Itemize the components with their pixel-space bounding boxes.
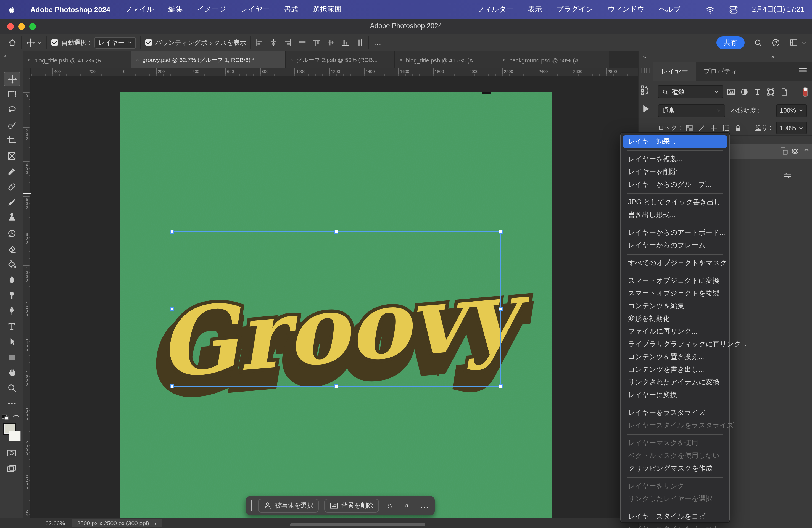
- menu-select[interactable]: 選択範囲: [313, 4, 342, 14]
- eyedropper-tool[interactable]: [4, 165, 19, 178]
- clone-stamp-tool[interactable]: [4, 211, 19, 224]
- shape-filter-icon[interactable]: [767, 88, 775, 96]
- context-menu-item[interactable]: レイヤーからのアートボード...: [623, 226, 727, 239]
- context-menu-item[interactable]: コンテンツを書き出し...: [623, 363, 727, 376]
- menu-image[interactable]: イメージ: [197, 4, 226, 14]
- context-menu-item[interactable]: レイヤーからのグループ...: [623, 178, 727, 191]
- menu-view[interactable]: 表示: [528, 4, 542, 14]
- zoom-level[interactable]: 62.66%: [45, 519, 65, 526]
- context-menu-item[interactable]: レイヤーに変換: [623, 389, 727, 401]
- lock-paint-icon[interactable]: [697, 124, 705, 132]
- auto-select-dropdown[interactable]: レイヤー: [95, 37, 136, 48]
- move-tool-preset-icon[interactable]: [26, 38, 35, 47]
- paint-bucket-tool[interactable]: [4, 258, 19, 270]
- fill-field[interactable]: 100%: [776, 121, 807, 134]
- collapse-panels-left-icon[interactable]: «: [643, 53, 646, 60]
- screen-mode-icon[interactable]: [5, 464, 18, 473]
- healing-brush-tool[interactable]: [4, 180, 19, 193]
- handle-top-right[interactable]: [499, 230, 503, 234]
- layer-effects-icon[interactable]: [791, 147, 799, 155]
- default-colors-icon[interactable]: [2, 414, 9, 420]
- align-center-h-icon[interactable]: [270, 39, 278, 47]
- lock-transparent-icon[interactable]: [685, 124, 693, 132]
- quick-mask-icon[interactable]: [5, 449, 18, 458]
- vertical-ruler[interactable]: 0200400600800100012001400160018002000220…: [23, 76, 31, 517]
- context-menu-item[interactable]: レイヤーを複製...: [623, 153, 727, 166]
- context-menu-item[interactable]: リンクされたアイテムに変換...: [623, 376, 727, 389]
- handle-middle-right[interactable]: [499, 307, 503, 311]
- menu-layer[interactable]: レイヤー: [241, 4, 270, 14]
- adjustment-icon[interactable]: [405, 501, 408, 510]
- tab-layers[interactable]: レイヤー: [653, 62, 696, 80]
- smart-filter-badge-icon[interactable]: [780, 147, 788, 155]
- handle-bottom-center[interactable]: [334, 384, 338, 388]
- transform-bounding-box[interactable]: [172, 231, 501, 386]
- context-menu-item[interactable]: レイヤースタイルをコピー: [623, 510, 727, 523]
- lock-artboard-icon[interactable]: [722, 124, 729, 132]
- menu-file[interactable]: ファイル: [125, 4, 154, 14]
- menu-plugins[interactable]: プラグイン: [556, 4, 593, 14]
- toolbar-expand[interactable]: »: [0, 52, 23, 69]
- align-middle-icon[interactable]: [327, 39, 336, 47]
- taskbar-drag-handle[interactable]: [251, 500, 252, 511]
- wifi-icon[interactable]: [705, 5, 714, 14]
- auto-select-checkbox[interactable]: [52, 39, 58, 46]
- menubar-clock[interactable]: 2月4日(日) 17:21: [752, 5, 804, 14]
- control-center-icon[interactable]: [729, 5, 738, 14]
- type-filter-icon[interactable]: [753, 88, 762, 96]
- context-menu-item[interactable]: ファイルに再リンク...: [623, 325, 727, 338]
- taskbar-more-icon[interactable]: ...: [421, 502, 429, 509]
- document-tab-2[interactable]: ×グループ 2.psb @ 50% (RGB...: [286, 52, 395, 69]
- frame-tool[interactable]: [4, 149, 19, 162]
- document-tab-4[interactable]: ×background.psd @ 50% (A...: [498, 52, 609, 69]
- canvas-viewport[interactable]: Groovy Groovy 被写体を選択 背景を削除: [31, 76, 638, 517]
- select-subject-button[interactable]: 被写体を選択: [258, 499, 319, 513]
- zoom-tool[interactable]: [4, 381, 19, 394]
- move-tool[interactable]: [4, 72, 20, 86]
- lock-move-icon[interactable]: [710, 124, 717, 132]
- menu-type[interactable]: 書式: [284, 4, 299, 14]
- workspace-icon[interactable]: [789, 39, 798, 46]
- context-menu-item[interactable]: JPG としてクイック書き出し: [623, 196, 727, 209]
- pen-tool[interactable]: [4, 304, 19, 317]
- opacity-field[interactable]: 100%: [776, 104, 807, 117]
- chevron-down-icon[interactable]: [801, 40, 807, 45]
- image-filter-icon[interactable]: [727, 88, 735, 96]
- context-menu-item[interactable]: レイヤーをラスタライズ: [623, 407, 727, 419]
- distribute-h-icon[interactable]: [299, 39, 307, 47]
- close-tab-icon[interactable]: ×: [28, 57, 31, 63]
- context-menu-item[interactable]: コンテンツを置き換え...: [623, 351, 727, 363]
- handle-top-center[interactable]: [334, 230, 338, 234]
- filter-blending-icon[interactable]: [783, 172, 792, 179]
- chevron-down-icon[interactable]: [37, 40, 42, 45]
- marquee-tool[interactable]: [4, 87, 19, 101]
- horizontal-scrollbar[interactable]: [290, 523, 425, 526]
- remove-background-button[interactable]: 背景を削除: [324, 499, 379, 513]
- type-tool[interactable]: [4, 319, 19, 333]
- app-menu[interactable]: Adobe Photoshop 2024: [30, 5, 110, 14]
- align-top-icon[interactable]: [313, 39, 321, 47]
- context-menu-item[interactable]: すべてのオブジェクトをマスク: [623, 257, 727, 269]
- blend-mode-dropdown[interactable]: 通常: [658, 104, 725, 117]
- menu-help[interactable]: ヘルプ: [659, 4, 681, 14]
- context-menu-item[interactable]: スマートオブジェクトを複製: [623, 287, 727, 300]
- context-menu-item[interactable]: スマートオブジェクトに変換: [623, 275, 727, 287]
- context-menu-item[interactable]: クリッピングマスクを作成: [623, 462, 727, 475]
- context-menu-item[interactable]: レイヤー効果...: [623, 135, 727, 148]
- context-menu-item[interactable]: レイヤーを削除: [623, 166, 727, 178]
- close-tab-icon[interactable]: ×: [503, 57, 506, 63]
- close-tab-icon[interactable]: ×: [290, 57, 293, 63]
- hand-tool[interactable]: [4, 366, 19, 379]
- handle-top-left[interactable]: [170, 230, 174, 234]
- context-menu-item[interactable]: レイヤーからのフレーム...: [623, 239, 727, 252]
- menu-filter[interactable]: フィルター: [477, 4, 513, 14]
- edit-toolbar[interactable]: [4, 397, 19, 410]
- align-right-icon[interactable]: [284, 39, 292, 47]
- panel-menu-icon[interactable]: [799, 68, 807, 75]
- help-icon[interactable]: [772, 39, 780, 47]
- crop-tool[interactable]: [4, 134, 19, 147]
- selection-brush-tool[interactable]: [4, 118, 19, 131]
- filter-type-dropdown[interactable]: 種類: [658, 85, 723, 98]
- search-icon[interactable]: [754, 39, 762, 47]
- history-brush-tool[interactable]: [4, 226, 19, 240]
